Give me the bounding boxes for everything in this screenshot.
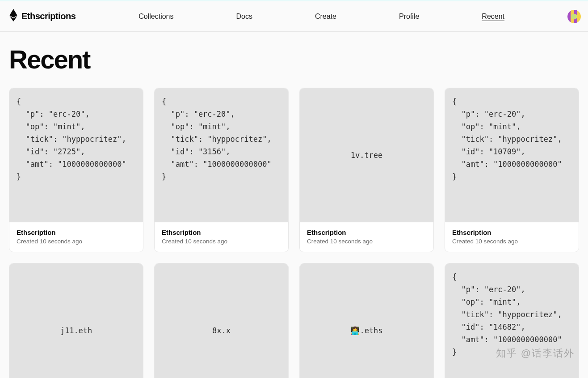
card-text-content: j11.eth bbox=[60, 326, 92, 335]
card-title: Ethscription bbox=[307, 229, 426, 236]
page-content: Recent { "p": "erc-20", "op": "mint", "t… bbox=[0, 32, 588, 378]
card-preview: { "p": "erc-20", "op": "mint", "tick": "… bbox=[155, 88, 288, 222]
card-meta: EthscriptionCreated 10 seconds ago bbox=[155, 222, 288, 252]
card-subtitle: Created 10 seconds ago bbox=[307, 238, 426, 245]
card-json-content: { "p": "erc-20", "op": "mint", "tick": "… bbox=[17, 95, 126, 183]
card-meta: EthscriptionCreated 10 seconds ago bbox=[9, 222, 143, 252]
card-preview: { "p": "erc-20", "op": "mint", "tick": "… bbox=[445, 263, 579, 378]
avatar[interactable] bbox=[567, 10, 581, 23]
card-preview: 8x.x bbox=[155, 263, 288, 378]
nav-links: Collections Docs Create Profile Recent bbox=[76, 13, 567, 21]
card[interactable]: { "p": "erc-20", "op": "mint", "tick": "… bbox=[9, 88, 143, 252]
card[interactable]: 8x.x bbox=[154, 263, 289, 378]
nav-docs[interactable]: Docs bbox=[236, 13, 252, 21]
nav-collections[interactable]: Collections bbox=[139, 13, 173, 21]
card-subtitle: Created 10 seconds ago bbox=[162, 238, 281, 245]
card-subtitle: Created 10 seconds ago bbox=[17, 238, 136, 245]
card-title: Ethscription bbox=[17, 229, 136, 236]
card-json-content: { "p": "erc-20", "op": "mint", "tick": "… bbox=[452, 95, 562, 183]
logo[interactable]: Ethscriptions bbox=[9, 9, 76, 24]
card[interactable]: { "p": "erc-20", "op": "mint", "tick": "… bbox=[154, 88, 289, 252]
card-preview: { "p": "erc-20", "op": "mint", "tick": "… bbox=[9, 88, 143, 222]
card-json-content: { "p": "erc-20", "op": "mint", "tick": "… bbox=[452, 271, 562, 358]
card-subtitle: Created 10 seconds ago bbox=[452, 238, 571, 245]
card-meta: EthscriptionCreated 10 seconds ago bbox=[300, 222, 433, 252]
card-meta: EthscriptionCreated 10 seconds ago bbox=[445, 222, 579, 252]
card[interactable]: { "p": "erc-20", "op": "mint", "tick": "… bbox=[445, 88, 579, 252]
card-text-content: 1v.tree bbox=[351, 151, 383, 160]
card-title: Ethscription bbox=[452, 229, 571, 236]
nav-profile[interactable]: Profile bbox=[399, 13, 419, 21]
card[interactable]: 👩‍💻.eths bbox=[299, 263, 434, 378]
card[interactable]: j11.eth bbox=[9, 263, 143, 378]
ethereum-icon bbox=[9, 9, 18, 24]
nav-recent[interactable]: Recent bbox=[482, 13, 504, 21]
card-grid: { "p": "erc-20", "op": "mint", "tick": "… bbox=[9, 88, 579, 378]
card-preview: { "p": "erc-20", "op": "mint", "tick": "… bbox=[445, 88, 579, 222]
card-preview: 1v.tree bbox=[300, 88, 433, 222]
card-title: Ethscription bbox=[162, 229, 281, 236]
main-header: Ethscriptions Collections Docs Create Pr… bbox=[0, 1, 588, 32]
nav-create[interactable]: Create bbox=[315, 13, 336, 21]
card-preview: j11.eth bbox=[9, 263, 143, 378]
brand-name: Ethscriptions bbox=[21, 11, 76, 21]
card-text-content: 👩‍💻.eths bbox=[350, 326, 382, 335]
card-json-content: { "p": "erc-20", "op": "mint", "tick": "… bbox=[162, 95, 272, 183]
card-preview: 👩‍💻.eths bbox=[300, 263, 433, 378]
card[interactable]: { "p": "erc-20", "op": "mint", "tick": "… bbox=[445, 263, 579, 378]
card-text-content: 8x.x bbox=[212, 326, 231, 335]
card[interactable]: 1v.treeEthscriptionCreated 10 seconds ag… bbox=[299, 88, 434, 252]
page-title: Recent bbox=[9, 44, 579, 74]
